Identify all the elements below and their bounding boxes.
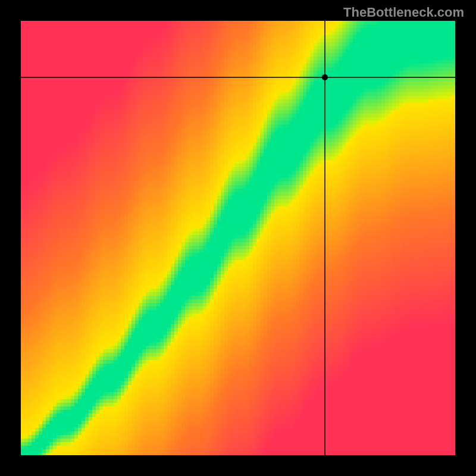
heatmap-chart	[21, 21, 455, 455]
heatmap-canvas	[21, 21, 455, 455]
watermark-text: TheBottleneck.com	[343, 5, 464, 20]
chart-container: TheBottleneck.com	[0, 0, 476, 476]
